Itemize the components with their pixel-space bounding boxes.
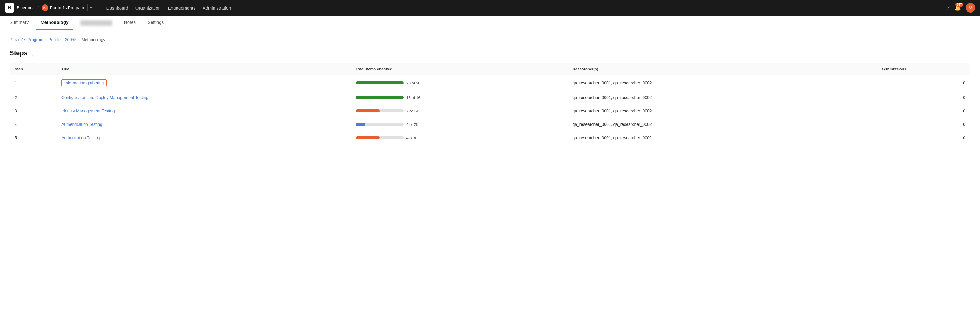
progress-container: 4 of 8: [356, 136, 563, 140]
notification-bell[interactable]: 🔔 557: [955, 5, 961, 11]
cell-progress: 4 of 20: [351, 118, 568, 131]
step-link[interactable]: Configuration and Deploy Management Test…: [61, 95, 148, 100]
breadcrumb: Param1stProgram › PenTest-26955 › Method…: [10, 37, 970, 42]
table-row: 1Information gathering20 of 20qa_researc…: [10, 75, 970, 91]
breadcrumb-pentest[interactable]: PenTest-26955: [48, 37, 76, 42]
cell-progress: 20 of 20: [351, 75, 568, 91]
program-selector: Bluerama / P1 Param1stProgram: [17, 5, 84, 11]
program-dropdown-button[interactable]: ▾: [88, 5, 94, 11]
nav-engagements[interactable]: Engagements: [168, 5, 196, 10]
main-content: Param1stProgram › PenTest-26955 › Method…: [0, 30, 980, 152]
breadcrumb-current: Methodology: [81, 37, 105, 42]
cell-submissions: 0: [877, 91, 970, 104]
progress-bar-background: [356, 81, 404, 84]
cell-title: Authentication Testing: [57, 118, 351, 131]
col-header-checked: Total items checked: [351, 63, 568, 75]
cell-researcher: qa_researcher_0001, qa_researcher_0002: [568, 118, 877, 131]
progress-label: 4 of 8: [406, 136, 416, 140]
steps-title-text: Steps: [10, 49, 27, 57]
progress-label: 4 of 20: [406, 122, 418, 127]
cell-progress: 7 of 14: [351, 104, 568, 118]
table-row: 3Identity Management Testing7 of 14qa_re…: [10, 104, 970, 118]
steps-heading: Steps ↓: [10, 49, 970, 58]
cell-title: Authorization Testing: [57, 131, 351, 145]
progress-bar-background: [356, 136, 404, 139]
breadcrumb-sep-2: ›: [78, 37, 80, 42]
step-link-highlighted[interactable]: Information gathering: [61, 79, 107, 86]
nav-administration[interactable]: Administration: [202, 5, 231, 10]
progress-container: 16 of 16: [356, 96, 563, 100]
cell-progress: 16 of 16: [351, 91, 568, 104]
cell-researcher: qa_researcher_0001, qa_researcher_0002: [568, 75, 877, 91]
cell-step: 3: [10, 104, 57, 118]
cell-researcher: qa_researcher_0001, qa_researcher_0002: [568, 131, 877, 145]
tab-bar: Summary Methodology ██████████ Notes Set…: [0, 16, 980, 30]
table-row: 2Configuration and Deploy Management Tes…: [10, 91, 970, 104]
progress-bar-fill: [356, 136, 380, 139]
progress-label: 16 of 16: [406, 96, 420, 100]
cell-submissions: 0: [877, 104, 970, 118]
cell-step: 4: [10, 118, 57, 131]
col-header-title: Title: [57, 63, 351, 75]
cell-submissions: 0: [877, 75, 970, 91]
program-name: Param1stProgram: [50, 5, 84, 10]
nav-organization[interactable]: Organization: [135, 5, 161, 10]
nav-dashboard[interactable]: Dashboard: [106, 5, 128, 10]
cell-step: 2: [10, 91, 57, 104]
progress-label: 7 of 14: [406, 109, 418, 113]
nav-right: ? 🔔 557 U: [947, 3, 975, 13]
progress-bar-fill: [356, 96, 404, 99]
cell-submissions: 0: [877, 131, 970, 145]
progress-bar-fill: [356, 81, 404, 84]
progress-bar-background: [356, 96, 404, 99]
top-navigation: B Bluerama / P1 Param1stProgram ▾ Dashbo…: [0, 0, 980, 16]
cell-step: 1: [10, 75, 57, 91]
logo-area: B Bluerama / P1 Param1stProgram ▾: [5, 3, 94, 13]
breadcrumb-sep-1: ›: [45, 37, 47, 42]
step-link[interactable]: Authentication Testing: [61, 122, 102, 127]
separator: /: [38, 5, 39, 10]
program-icon: P1: [42, 5, 48, 11]
col-header-submissions: Submissions: [877, 63, 970, 75]
progress-bar-background: [356, 110, 404, 112]
progress-container: 4 of 20: [356, 122, 563, 127]
step-link[interactable]: Identity Management Testing: [61, 108, 115, 113]
breadcrumb-program[interactable]: Param1stProgram: [10, 37, 43, 42]
tab-summary[interactable]: Summary: [5, 16, 33, 30]
tab-blurred: ██████████: [76, 16, 117, 30]
progress-bar-fill: [356, 110, 380, 112]
cell-researcher: qa_researcher_0001, qa_researcher_0002: [568, 104, 877, 118]
steps-table: Step Title Total items checked Researche…: [10, 63, 970, 145]
col-header-researcher: Researcher(s): [568, 63, 877, 75]
table-row: 5Authorization Testing4 of 8qa_researche…: [10, 131, 970, 145]
col-header-step: Step: [10, 63, 57, 75]
app-logo[interactable]: B: [5, 3, 14, 13]
org-name: Bluerama: [17, 5, 35, 10]
cell-step: 5: [10, 131, 57, 145]
progress-bar-background: [356, 123, 404, 126]
tab-notes[interactable]: Notes: [119, 16, 140, 30]
tab-methodology[interactable]: Methodology: [36, 16, 73, 30]
table-row: 4Authentication Testing4 of 20qa_researc…: [10, 118, 970, 131]
cell-title: Information gathering: [57, 75, 351, 91]
cell-title: Configuration and Deploy Management Test…: [57, 91, 351, 104]
cell-researcher: qa_researcher_0001, qa_researcher_0002: [568, 91, 877, 104]
table-header: Step Title Total items checked Researche…: [10, 63, 970, 75]
progress-container: 7 of 14: [356, 109, 563, 113]
avatar[interactable]: U: [966, 3, 975, 13]
help-icon[interactable]: ?: [947, 5, 950, 11]
progress-bar-fill: [356, 123, 365, 126]
cell-title: Identity Management Testing: [57, 104, 351, 118]
cell-submissions: 0: [877, 118, 970, 131]
step-link[interactable]: Authorization Testing: [61, 135, 100, 140]
cell-progress: 4 of 8: [351, 131, 568, 145]
progress-label: 20 of 20: [406, 81, 420, 85]
nav-links: Dashboard Organization Engagements Admin…: [106, 5, 231, 10]
down-arrow-icon: ↓: [31, 50, 35, 58]
notification-count: 557: [955, 3, 963, 6]
table-body: 1Information gathering20 of 20qa_researc…: [10, 75, 970, 145]
tab-settings[interactable]: Settings: [143, 16, 169, 30]
progress-container: 20 of 20: [356, 81, 563, 85]
